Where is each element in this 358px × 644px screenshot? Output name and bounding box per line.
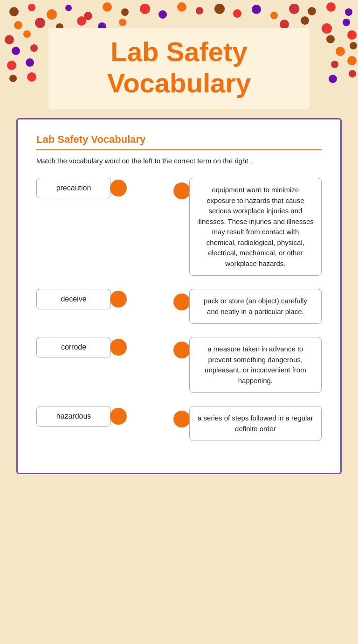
decorative-dot: [65, 5, 72, 11]
decorative-dot: [343, 19, 350, 26]
decorative-dot: [336, 47, 345, 56]
vocabulary-word[interactable]: precaution: [36, 178, 111, 198]
decorative-dot: [158, 10, 167, 19]
decorative-dot: [9, 7, 19, 16]
main-card: Lab Safety Vocabulary Match the vocabula…: [16, 118, 342, 474]
definition-box[interactable]: a measure taken in advance to prevent so…: [189, 337, 322, 393]
left-side: corrode: [36, 337, 156, 357]
connector-dot-right: [173, 411, 190, 427]
connector-dot-left: [110, 180, 127, 196]
decorative-dot: [326, 35, 335, 43]
right-side: a measure taken in advance to prevent so…: [173, 337, 322, 393]
decorative-dot: [7, 61, 16, 70]
definition-box[interactable]: pack or store (an object) carefully and …: [189, 289, 322, 324]
connector-dot-left: [110, 408, 127, 425]
decorative-dot: [308, 7, 316, 15]
decorative-dot: [301, 16, 309, 25]
decorative-dot: [119, 19, 126, 26]
decorative-dot: [30, 44, 38, 52]
left-side: hazardous: [36, 406, 156, 427]
connector-dot-left: [110, 291, 127, 308]
connector-dot-left: [110, 339, 127, 356]
definition-box[interactable]: a series of steps followed in a regular …: [189, 406, 322, 441]
match-row: corrode a measure taken in advance to pr…: [36, 337, 322, 393]
connector-dot-right: [173, 182, 190, 199]
connector-dot-right: [173, 294, 190, 310]
vocabulary-word[interactable]: corrode: [36, 337, 111, 357]
decorative-dot: [350, 42, 357, 49]
decorative-dot: [347, 56, 357, 65]
decorative-dot: [326, 2, 336, 12]
decorative-dot: [9, 75, 17, 82]
decorative-dot: [280, 20, 289, 29]
vocabulary-word[interactable]: hazardous: [36, 406, 111, 427]
decorative-dot: [77, 16, 86, 26]
right-side: pack or store (an object) carefully and …: [173, 289, 322, 324]
decorative-dot: [14, 21, 22, 29]
match-row: deceive pack or store (an object) carefu…: [36, 289, 322, 324]
decorative-dot: [196, 7, 203, 14]
decorative-dot: [28, 4, 35, 11]
decorative-dot: [329, 75, 337, 83]
decorative-dot: [233, 9, 241, 18]
card-title: Lab Safety Vocabulary: [36, 133, 322, 150]
right-side: equipment worn to minimize exposure to h…: [173, 178, 322, 276]
vocabulary-word[interactable]: deceive: [36, 289, 111, 309]
header-box: Lab Safety Vocabulary: [48, 28, 310, 109]
decorative-dot: [140, 4, 150, 14]
decorative-dot: [35, 18, 45, 28]
decorative-dot: [252, 5, 261, 14]
decorative-dot: [331, 61, 338, 68]
right-side: a series of steps followed in a regular …: [173, 406, 322, 441]
decorative-dot: [121, 8, 129, 16]
decorative-dot: [347, 30, 357, 40]
decorative-dot: [345, 8, 352, 16]
decorative-dot: [5, 35, 14, 44]
left-side: precaution: [36, 178, 156, 198]
decorative-dot: [47, 9, 57, 20]
left-side: deceive: [36, 289, 156, 309]
decorative-dot: [214, 4, 225, 14]
instruction-text: Match the vocabulary word on the left to…: [36, 157, 322, 165]
definition-box[interactable]: equipment worn to minimize exposure to h…: [189, 178, 322, 276]
connector-dot-right: [173, 342, 190, 358]
match-row: precaution equipment worn to minimize ex…: [36, 178, 322, 276]
decorative-dot: [270, 12, 278, 19]
match-row: hazardous a series of steps followed in …: [36, 406, 322, 441]
page-title: Lab Safety Vocabulary: [62, 36, 296, 98]
decorative-dot: [177, 2, 186, 12]
decorative-dot: [289, 4, 299, 14]
decorative-dot: [349, 70, 356, 77]
decorative-dot: [103, 2, 112, 12]
decorative-dot: [26, 58, 34, 67]
match-container: precaution equipment worn to minimize ex…: [36, 178, 322, 454]
decorative-dot: [322, 23, 332, 34]
decorative-dot: [27, 72, 36, 82]
decorative-dot: [12, 47, 20, 55]
decorative-dot: [23, 30, 31, 38]
